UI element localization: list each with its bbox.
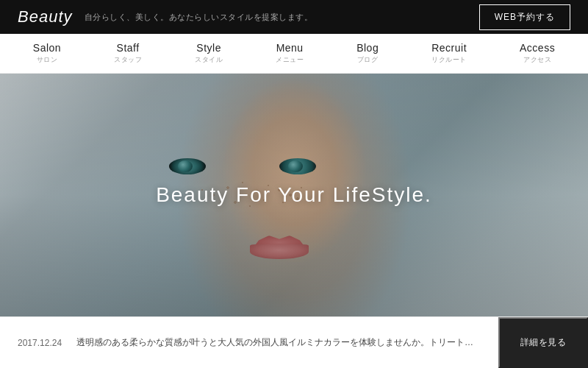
- footer-news-bar: 2017.12.24 透明感のある柔らかな質感が叶うと大人気の外国人風イルミナカ…: [0, 316, 588, 368]
- detail-button[interactable]: 詳細を見る: [498, 317, 589, 368]
- nav-item-menu[interactable]: Menu メニュー: [249, 38, 330, 69]
- nav-item-style[interactable]: Style スタイル: [168, 38, 249, 69]
- site-header: Beauty 自分らしく、美しく。あなたらしいスタイルを提案します。 WEB予約…: [0, 0, 588, 34]
- nav-item-blog[interactable]: Blog ブログ: [330, 38, 405, 69]
- hero-tagline: Beauty For Your LifeStyle.: [156, 183, 432, 207]
- nav-item-staff[interactable]: Staff スタッフ: [87, 38, 168, 69]
- footer-news-content: 2017.12.24 透明感のある柔らかな質感が叶うと大人気の外国人風イルミナカ…: [0, 336, 498, 349]
- site-logo: Beauty: [18, 7, 73, 26]
- nav-item-access[interactable]: Access アクセス: [493, 38, 581, 69]
- header-left: Beauty 自分らしく、美しく。あなたらしいスタイルを提案します。: [18, 7, 312, 26]
- hero-section: Beauty For Your LifeStyle.: [0, 74, 588, 316]
- nav-item-salon[interactable]: Salon サロン: [7, 38, 87, 69]
- nav-item-recruit[interactable]: Recruit リクルート: [405, 38, 493, 69]
- header-tagline: 自分らしく、美しく。あなたらしいスタイルを提案します。: [85, 12, 313, 23]
- nav-items-list: Salon サロン Staff スタッフ Style スタイル Menu メニュ…: [7, 38, 581, 69]
- news-text: 透明感のある柔らかな質感が叶うと大人気の外国人風イルミナカラーを体験しませんか。…: [76, 336, 480, 349]
- web-booking-button[interactable]: WEB予約する: [479, 4, 570, 30]
- main-nav: Salon サロン Staff スタッフ Style スタイル Menu メニュ…: [0, 34, 588, 74]
- news-date: 2017.12.24: [18, 338, 62, 348]
